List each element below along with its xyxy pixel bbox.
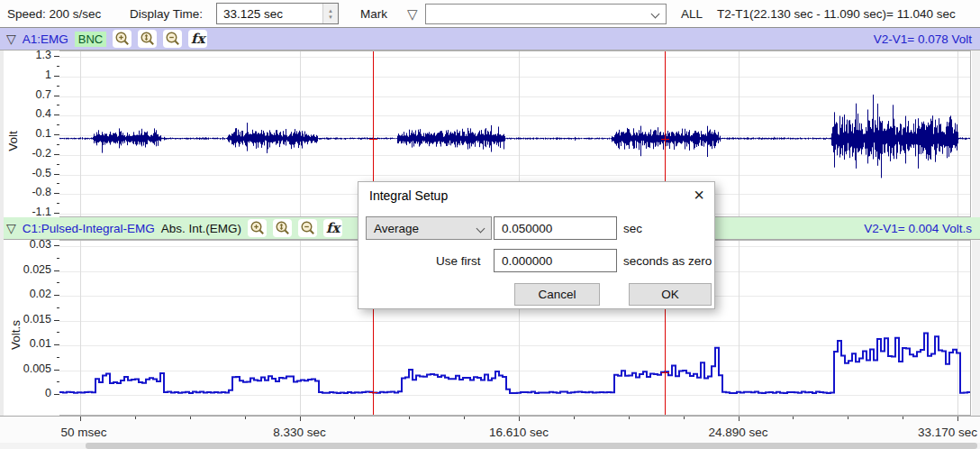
zoom-out-icon <box>165 31 181 47</box>
mark-label: Mark <box>360 7 387 21</box>
x-tick-label: 8.330 sec <box>273 426 326 439</box>
y-axis-a1: Volt 1.310.70.40.1-0.2-0.5-0.8-1.1 <box>0 50 59 217</box>
right-margin-strip <box>972 50 980 217</box>
y-tick-label: 0.1 <box>36 127 51 140</box>
zoom-out-button[interactable] <box>298 219 317 237</box>
spinner-down-icon[interactable]: ▼ <box>328 14 333 20</box>
zoom-autoscale-icon <box>140 31 156 47</box>
y-tick-label: 0.02 <box>30 288 51 300</box>
x-tick-mark <box>80 417 81 421</box>
x-minor-tick-mark <box>574 417 575 419</box>
zoom-in-button[interactable] <box>248 219 267 237</box>
display-time-value: 33.125 sec <box>223 7 322 21</box>
y-tick-label: 1 <box>45 69 51 81</box>
x-minor-tick-mark <box>848 417 848 419</box>
ok-button[interactable]: OK <box>629 283 712 306</box>
toolbar: Speed: 200 s/sec Display Time: 33.125 se… <box>0 0 980 28</box>
zoom-out-button[interactable] <box>163 30 182 48</box>
autoscale-button[interactable] <box>273 219 292 237</box>
integral-function-value: Average <box>374 222 419 235</box>
x-minor-tick-mark <box>190 417 191 419</box>
display-time-input[interactable]: 33.125 sec ▲ ▼ <box>216 3 339 24</box>
mark-dropdown-icon[interactable]: ▽ <box>407 6 418 23</box>
x-tick-label: 33.170 sec <box>918 426 977 439</box>
x-minor-tick-mark <box>684 417 685 419</box>
x-tick-mark <box>519 417 520 421</box>
x-minor-tick-mark <box>464 417 465 419</box>
x-tick-label: 24.890 sec <box>708 426 767 439</box>
all-button[interactable]: ALL <box>681 7 703 21</box>
y-axis-unit-c1: Volt.s <box>9 307 23 362</box>
y-tick-label: 0.7 <box>36 88 51 101</box>
y-tick-label: -0.2 <box>32 147 51 160</box>
channel-subtitle-c1: Abs. Int.(EMG) <box>161 222 241 235</box>
x-tick-label: 16.610 sec <box>489 426 549 439</box>
chevron-down-icon <box>476 224 485 233</box>
labscribe-window: Speed: 200 s/sec Display Time: 33.125 se… <box>0 0 980 449</box>
function-icon: fx <box>326 222 340 235</box>
function-button[interactable]: fx <box>323 219 342 237</box>
x-minor-tick-mark <box>793 417 794 419</box>
channel-header-a1: ▽ A1:EMG BNC fx V2-V1= 0.078 Volt <box>0 28 980 50</box>
cursor-crosshair-marker <box>661 135 669 143</box>
channel-title-c1[interactable]: C1:Pulsed-Integral-EMG <box>23 222 155 235</box>
channel-menu-icon[interactable]: ▽ <box>6 32 16 45</box>
chevron-down-icon <box>651 10 660 19</box>
cancel-button[interactable]: Cancel <box>514 283 600 306</box>
cursor-crosshair-marker <box>369 389 377 397</box>
use-first-label: Use first <box>436 254 481 268</box>
y-tick-label: 0 <box>45 387 51 399</box>
integral-function-select[interactable]: Average <box>366 216 492 240</box>
y-tick-label: 0.005 <box>23 362 51 375</box>
x-tick-mark <box>957 417 958 421</box>
x-tick-label: 50 msec <box>60 426 106 439</box>
function-icon: fx <box>191 32 204 46</box>
close-icon[interactable]: × <box>694 184 704 206</box>
y-tick-label: -1.1 <box>32 206 51 218</box>
x-minor-tick-mark <box>354 417 355 419</box>
speed-readout: Speed: 200 s/sec <box>7 7 101 21</box>
window-unit-label: sec <box>623 222 642 235</box>
y-tick-label: 0.025 <box>23 263 51 276</box>
time-axis: 50 msec8.330 sec16.610 sec24.890 sec33.1… <box>0 416 980 449</box>
integral-window-field[interactable]: 0.050000 <box>494 216 617 240</box>
cursor-crosshair-marker <box>661 369 669 377</box>
x-tick-mark <box>739 417 740 421</box>
right-margin-strip <box>972 240 980 416</box>
y-tick-label: -0.8 <box>32 186 51 198</box>
y-axis-c1: Volt.s 0.030.0250.020.0150.010.0050 <box>0 240 59 416</box>
display-time-spinner[interactable]: ▲ ▼ <box>322 4 338 23</box>
y-tick-label: 1.3 <box>36 49 51 61</box>
seconds-as-zero-label: seconds as zero <box>623 254 712 268</box>
x-minor-tick-mark <box>409 417 410 419</box>
channel-tag-bnc: BNC <box>75 32 106 47</box>
y-tick-label: 0.03 <box>30 238 51 251</box>
zoom-autoscale-icon <box>275 220 291 236</box>
window-edge <box>0 50 4 449</box>
spinner-up-icon[interactable]: ▲ <box>328 8 333 14</box>
channel-menu-icon[interactable]: ▽ <box>6 222 16 234</box>
function-button[interactable]: fx <box>188 30 207 48</box>
zoom-out-icon <box>300 220 316 236</box>
horizontal-scrollbar-thumb[interactable] <box>86 443 977 449</box>
value-delta-readout-c1: V2-V1= 0.004 Volt.s <box>864 222 974 235</box>
dialog-title: Integral Setup <box>369 188 448 203</box>
x-tick-mark <box>300 417 301 421</box>
x-minor-tick-mark <box>629 417 630 419</box>
zero-offset-field[interactable]: 0.000000 <box>494 249 617 272</box>
y-tick-label: 0.01 <box>30 337 51 350</box>
channel-title-a1[interactable]: A1:EMG <box>23 32 68 46</box>
integral-setup-dialog: Integral Setup × Average 0.050000 sec Us… <box>358 181 715 309</box>
zoom-in-icon <box>114 31 131 47</box>
x-minor-tick-mark <box>135 417 136 419</box>
display-time-label: Display Time: <box>130 7 203 21</box>
mark-combobox[interactable] <box>425 4 667 24</box>
autoscale-button[interactable] <box>138 30 157 48</box>
delta-time-readout: T2-T1(22.130 sec - 11.090 sec)= 11.040 s… <box>717 7 956 21</box>
x-minor-tick-mark <box>903 417 903 419</box>
x-minor-tick-mark <box>245 417 246 419</box>
y-tick-label: -0.5 <box>32 167 51 179</box>
y-axis-unit-a1: Volt <box>6 114 20 168</box>
zoom-in-button[interactable] <box>113 30 132 48</box>
cursor-crosshair-marker <box>369 135 377 143</box>
